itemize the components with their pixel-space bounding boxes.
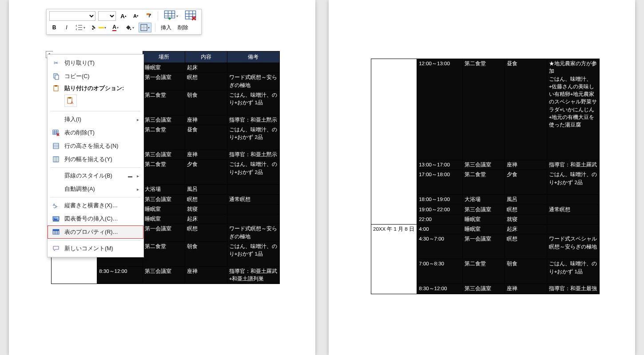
toolbar-row-2: B I ▾ ▾ A ▾ ▾ ▾ 挿入 削除	[49, 23, 199, 32]
place-cell: 第三会議室	[463, 205, 505, 214]
shrink-font-button[interactable]: A▾	[131, 11, 141, 21]
place-cell: 大浴場	[143, 185, 185, 194]
content-cell: 瞑想	[185, 194, 227, 204]
svg-point-17	[57, 217, 58, 218]
place-cell: 第三会議室	[143, 194, 185, 204]
svg-rect-18	[53, 221, 59, 221]
remark-cell: ごはん、味噌汁、のり+おかず 2品	[227, 160, 279, 185]
borders-icon	[140, 24, 147, 31]
time-cell: 8:30～12:00	[417, 284, 463, 294]
ctx-delete-table[interactable]: 表の削除(T)	[48, 126, 143, 139]
svg-rect-0	[164, 11, 175, 18]
ctx-separator	[50, 240, 141, 241]
paste-option-button[interactable]: A	[64, 95, 77, 107]
date-cell: 20XX 年 1 月 8 日	[371, 225, 417, 294]
content-cell: 起床	[185, 63, 227, 73]
borders-button[interactable]: ▾	[139, 23, 151, 32]
remark-cell	[547, 225, 599, 234]
header-remark: 備考	[227, 51, 279, 63]
ctx-border-styles[interactable]: 罫線のスタイル(B) ▬ ▸	[48, 169, 143, 182]
delete-label[interactable]: 削除	[176, 24, 190, 32]
table-delete-icon	[52, 129, 60, 137]
scissors-icon: ✂	[52, 59, 60, 67]
content-cell: 朝食	[505, 259, 547, 284]
svg-point-2	[130, 29, 131, 30]
time-cell: 4:30～7:00	[417, 234, 463, 259]
time-cell: 13:00～17:00	[417, 160, 463, 170]
comment-icon	[52, 245, 60, 252]
font-size-select[interactable]	[98, 11, 116, 21]
ctx-insert[interactable]: 挿入(I) ▸	[48, 113, 143, 126]
place-cell: 第三会議室	[143, 150, 185, 160]
ctx-text-direction[interactable]: AA 縦書きと横書き(X)…	[48, 199, 143, 212]
content-cell: 座禅	[185, 266, 227, 284]
place-cell: 第三会議室	[463, 160, 505, 170]
remark-cell: ごはん、味噌汁、のり+おかず 1品	[227, 241, 279, 266]
place-cell: 第三会議室	[143, 266, 185, 284]
schedule-table-2[interactable]: 12:00～13:00第二食堂昼食★地元農家の方が参加ごはん、味噌汁、+佐藤さん…	[371, 59, 600, 294]
content-cell: 瞑想	[505, 205, 547, 214]
ctx-cut[interactable]: ✂ 切り取り(T)	[48, 56, 143, 70]
remark-cell: ワード式瞑想～安らぎの極地	[227, 224, 279, 242]
clipboard-icon	[52, 84, 60, 92]
remark-cell: ワード式瞑想～安らぎの極地	[227, 73, 279, 91]
shading-button[interactable]: ▾	[123, 23, 136, 32]
remark-cell: 通常瞑想	[547, 205, 599, 214]
ctx-table-properties[interactable]: 表のプロパティ(R)…	[48, 225, 143, 239]
place-cell: 第一会議室	[463, 234, 505, 259]
format-painter-icon	[145, 12, 152, 20]
paint-bucket-icon	[125, 24, 132, 31]
table-delete-button[interactable]	[183, 11, 199, 21]
ctx-copy[interactable]: コピー(C)	[48, 70, 143, 83]
chevron-right-icon: ▸	[137, 117, 139, 122]
line-spacing-button[interactable]: ▾	[74, 23, 87, 32]
table-properties-icon	[52, 228, 60, 236]
content-cell: 就寝	[185, 204, 227, 214]
table-row[interactable]: 12:00～13:00第二食堂昼食★地元農家の方が参加ごはん、味噌汁、+佐藤さん…	[371, 59, 600, 160]
place-cell: 睡眠室	[463, 214, 505, 224]
line-spacing-icon	[76, 24, 83, 31]
content-cell: 昼食	[185, 125, 227, 150]
table-row[interactable]: 20XX 年 1 月 8 日4:00睡眠室起床	[371, 225, 600, 234]
italic-button[interactable]: I	[62, 23, 72, 32]
content-cell: 就寝	[505, 214, 547, 224]
svg-rect-9	[68, 97, 71, 99]
ctx-paste-header: 貼り付けのオプション:	[48, 83, 143, 94]
font-color-button[interactable]: A ▾	[111, 23, 120, 32]
place-cell: 第二食堂	[143, 160, 185, 185]
time-cell: 22:00	[417, 214, 463, 224]
remark-cell	[227, 63, 279, 73]
place-cell: 睡眠室	[143, 63, 185, 73]
content-cell: 朝食	[185, 241, 227, 266]
time-cell: 19:00～22:00	[417, 205, 463, 214]
content-cell: 起床	[505, 225, 547, 234]
place-cell: 第三会議室	[143, 115, 185, 125]
ctx-autofit[interactable]: 自動調整(A) ▸	[48, 182, 143, 196]
copy-icon	[52, 72, 60, 80]
font-family-select[interactable]	[49, 11, 95, 21]
place-cell: 第二食堂	[463, 59, 505, 160]
highlight-button[interactable]: ▾	[90, 23, 108, 32]
paste-keep-source-icon: A	[67, 97, 75, 105]
bold-button[interactable]: B	[49, 23, 59, 32]
svg-rect-13	[53, 157, 59, 162]
ctx-insert-caption[interactable]: 図表番号の挿入(C)…	[48, 212, 143, 225]
mini-toolbar: A▴ A▾ ▾ B I ▾ ▾ A ▾ ▾	[46, 9, 202, 35]
insert-label[interactable]: 挿入	[159, 24, 173, 32]
svg-text:A: A	[71, 100, 73, 105]
ctx-distribute-cols[interactable]: 列の幅を揃える(Y)	[48, 153, 143, 166]
ctx-distribute-rows[interactable]: 行の高さを揃える(N)	[48, 139, 143, 153]
content-cell: 夕食	[185, 160, 227, 185]
grow-font-button[interactable]: A▴	[119, 11, 128, 21]
remark-cell	[227, 204, 279, 214]
table-insert-dropdown[interactable]: ▾	[162, 11, 180, 21]
format-painter-button[interactable]	[143, 11, 154, 21]
content-cell: 起床	[185, 214, 227, 224]
place-cell: 睡眠室	[143, 204, 185, 214]
text-direction-icon: AA	[52, 201, 60, 209]
ctx-new-comment[interactable]: 新しいコメント(M)	[48, 242, 143, 255]
remark-cell: 通常瞑想	[227, 194, 279, 204]
svg-rect-7	[55, 85, 57, 87]
table-delete-icon	[184, 10, 197, 22]
place-cell: 第三会議室	[463, 284, 505, 294]
